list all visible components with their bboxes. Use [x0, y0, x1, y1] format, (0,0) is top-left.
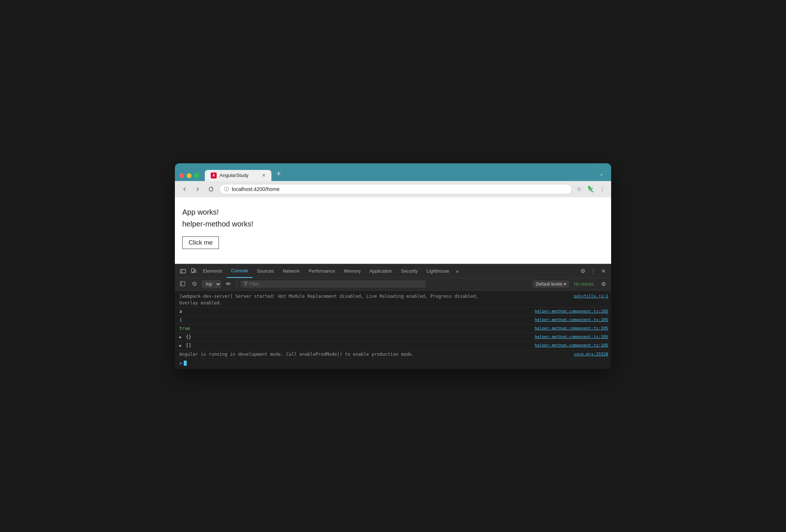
console-line-a-source[interactable]: helper-method.component.ts:105	[535, 308, 608, 314]
svg-rect-4	[194, 270, 196, 272]
back-button[interactable]	[179, 184, 190, 194]
console-line-webpack-content: [webpack-dev-server] Server started: Hot…	[179, 293, 571, 306]
tab-close-button[interactable]: ×	[262, 173, 265, 178]
console-context-select[interactable]: top	[201, 280, 221, 288]
svg-rect-5	[180, 282, 185, 286]
click-me-button[interactable]: Click me	[182, 236, 219, 249]
console-filter-input-wrapper	[241, 280, 426, 288]
console-toolbar-divider	[237, 281, 237, 287]
tab-elements[interactable]: Elements	[199, 265, 227, 277]
device-icon-button[interactable]	[188, 265, 199, 277]
console-cursor	[184, 361, 187, 366]
expand-arr-icon[interactable]: ▶	[179, 343, 182, 348]
tab-security[interactable]: Security	[397, 265, 422, 277]
devtools-tab-bar: Elements Console Sources Network Perform…	[175, 265, 611, 278]
console-line-arr: ▶ [] helper-method.component.ts:105	[175, 341, 611, 350]
console-toolbar: top Default levels ▾ No Issues ⚙	[175, 278, 611, 291]
reload-button[interactable]	[206, 184, 216, 194]
console-line-arr-source[interactable]: helper-method.component.ts:105	[535, 342, 608, 348]
tab-performance[interactable]: Performance	[304, 265, 340, 277]
angular-favicon: A	[211, 173, 217, 178]
svg-rect-0	[180, 269, 186, 273]
console-prompt-line[interactable]: >	[175, 359, 611, 368]
browser-tab-angular[interactable]: A AngularStudy ×	[205, 170, 271, 181]
app-works-text: App works!	[182, 206, 604, 218]
console-line-a: a helper-method.component.ts:105	[175, 307, 611, 316]
svg-marker-10	[244, 282, 247, 285]
maximize-window-button[interactable]	[194, 173, 199, 178]
console-line-obj-source[interactable]: helper-method.component.ts:105	[535, 334, 608, 339]
title-bar: A AngularStudy × + ⌄	[175, 163, 611, 197]
console-line-angular-source[interactable]: core.mjs:25520	[574, 351, 608, 357]
console-line-obj: ▶ {} helper-method.component.ts:105	[175, 333, 611, 342]
console-clear-button[interactable]	[190, 280, 199, 289]
devtools-panel: Elements Console Sources Network Perform…	[175, 264, 611, 369]
browser-menu-button[interactable]: ⋮	[598, 184, 607, 194]
console-prompt-symbol: >	[179, 360, 182, 366]
close-window-button[interactable]	[179, 173, 184, 178]
console-output: [webpack-dev-server] Server started: Hot…	[175, 291, 611, 369]
tab-console[interactable]: Console	[227, 265, 253, 278]
console-line-webpack-source[interactable]: polyfills.js:1	[574, 293, 608, 299]
default-levels-button[interactable]: Default levels ▾	[533, 280, 569, 288]
devtools-tab-actions: ⚙ ⋮ ✕	[578, 265, 608, 277]
address-actions: ☆ 🦎 ⋮	[575, 184, 607, 194]
forward-button[interactable]	[193, 184, 203, 194]
helper-method-text: helper-method works!	[182, 218, 604, 230]
devtools-settings-button[interactable]: ⚙	[578, 265, 587, 277]
svg-point-9	[227, 283, 229, 284]
tab-application[interactable]: Application	[365, 265, 396, 277]
devtools-more-button[interactable]: ⋮	[588, 265, 598, 277]
console-eye-button[interactable]	[223, 280, 233, 289]
window-controls	[179, 173, 199, 181]
tab-sources[interactable]: Sources	[253, 265, 278, 277]
console-line-1-content: 1	[179, 317, 532, 323]
console-settings-button[interactable]: ⚙	[599, 280, 608, 289]
new-tab-button[interactable]: +	[273, 167, 285, 181]
tab-title: AngularStudy	[220, 173, 248, 178]
address-input[interactable]	[232, 186, 567, 192]
tab-memory[interactable]: Memory	[339, 265, 365, 277]
inspector-icon-button[interactable]	[178, 265, 188, 277]
console-line-arr-content[interactable]: ▶ []	[179, 342, 532, 349]
tab-dropdown: ⌄	[596, 169, 607, 181]
console-line-true-source[interactable]: helper-method.component.ts:105	[535, 325, 608, 331]
page-content: App works! helper-method works! Click me	[175, 197, 611, 264]
svg-line-8	[193, 282, 196, 285]
console-sidebar-toggle[interactable]	[178, 280, 187, 289]
console-line-obj-content[interactable]: ▶ {}	[179, 334, 532, 341]
filter-input[interactable]	[249, 282, 423, 287]
devtools-close-button[interactable]: ✕	[599, 265, 608, 277]
browser-window: A AngularStudy × + ⌄	[175, 163, 611, 369]
tab-bar: A AngularStudy × + ⌄	[175, 163, 611, 181]
filter-icon	[244, 282, 248, 287]
console-line-1: 1 helper-method.component.ts:105	[175, 316, 611, 324]
address-bar: ⓘ ☆ 🦎 ⋮	[175, 181, 611, 197]
console-line-angular-content: Angular is running in development mode. …	[179, 351, 571, 358]
tab-network[interactable]: Network	[278, 265, 304, 277]
minimize-window-button[interactable]	[187, 173, 192, 178]
console-line-angular: Angular is running in development mode. …	[175, 350, 611, 359]
tab-dropdown-button[interactable]: ⌄	[596, 169, 607, 178]
address-input-wrapper: ⓘ	[219, 184, 572, 194]
console-line-1-source[interactable]: helper-method.component.ts:105	[535, 317, 608, 322]
security-icon: ⓘ	[224, 186, 229, 192]
console-line-true-content: true	[179, 325, 532, 332]
console-line-a-content: a	[179, 308, 532, 315]
expand-obj-icon[interactable]: ▶	[179, 335, 182, 340]
no-issues-button[interactable]: No Issues	[571, 280, 597, 288]
console-line-true: true helper-method.component.ts:105	[175, 324, 611, 333]
more-tabs-button[interactable]: »	[454, 265, 461, 277]
extension-button[interactable]: 🦎	[585, 184, 596, 194]
bookmark-button[interactable]: ☆	[575, 184, 583, 194]
tab-lighthouse[interactable]: Lighthouse	[422, 265, 454, 277]
console-line-webpack: [webpack-dev-server] Server started: Hot…	[175, 292, 611, 307]
